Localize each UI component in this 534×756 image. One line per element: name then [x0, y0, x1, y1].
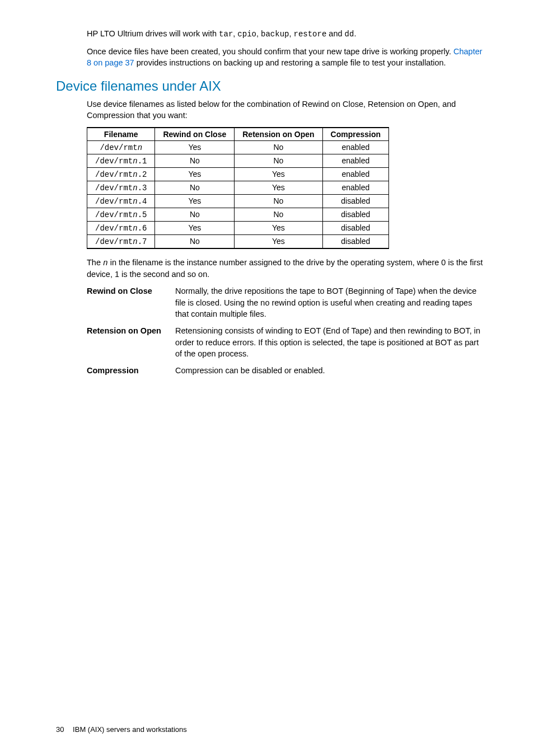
cell-retension: No: [235, 154, 322, 167]
col-retension: Retension on Open: [235, 128, 322, 141]
cell-compression: disabled: [322, 208, 388, 221]
def-desc: Compression can be disabled or enabled.: [175, 365, 484, 376]
cell-compression: disabled: [322, 234, 388, 248]
text: in the filename is the instance number a…: [87, 258, 483, 279]
instance-note: The n in the filename is the instance nu…: [87, 257, 484, 280]
and: and: [326, 29, 344, 38]
intro-paragraph-2: Once device files have been created, you…: [87, 46, 484, 69]
code-cpio: cpio: [237, 30, 256, 39]
table-row: /dev/rmtn.5 No No disabled: [87, 208, 389, 221]
def-term: Compression: [87, 365, 175, 376]
col-filename: Filename: [87, 128, 155, 141]
text: Once device files have been created, you…: [87, 47, 453, 56]
cell-filename: /dev/rmtn.3: [87, 181, 155, 194]
cell-compression: enabled: [322, 140, 388, 154]
table-row: /dev/rmtn.3 No Yes enabled: [87, 181, 389, 194]
footer-title: IBM (AIX) servers and workstations: [73, 725, 187, 734]
cell-retension: Yes: [235, 167, 322, 181]
cell-filename: /dev/rmtn.6: [87, 221, 155, 234]
table-row: /dev/rmtn.4 Yes No disabled: [87, 194, 389, 208]
cell-retension: No: [235, 140, 322, 154]
end: .: [354, 29, 356, 38]
table-row: /dev/rmtn.1 No No enabled: [87, 154, 389, 167]
definitions-list: Rewind on Close Normally, the drive repo…: [87, 285, 484, 376]
cell-compression: enabled: [322, 154, 388, 167]
col-compression: Compression: [322, 128, 388, 141]
cell-filename: /dev/rmtn.2: [87, 167, 155, 181]
cell-retension: Yes: [235, 234, 322, 248]
cell-retension: No: [235, 208, 322, 221]
page-footer: 30 IBM (AIX) servers and workstations: [56, 725, 187, 734]
text: HP LTO Ultrium drives will work with: [87, 29, 219, 38]
cell-filename: /dev/rmtn: [87, 140, 155, 154]
section-intro: Use device filenames as listed below for…: [87, 98, 484, 121]
table-row: /dev/rmtn.6 Yes Yes disabled: [87, 221, 389, 234]
code-tar: tar: [219, 30, 233, 39]
n-var: n: [103, 259, 108, 267]
cell-retension: No: [235, 194, 322, 208]
section-heading: Device filenames under AIX: [56, 78, 484, 94]
table-row: /dev/rmtn.7 No Yes disabled: [87, 234, 389, 248]
cell-filename: /dev/rmtn.4: [87, 194, 155, 208]
cell-rewind: No: [155, 181, 235, 194]
sep: ,: [256, 29, 261, 38]
cell-rewind: No: [155, 208, 235, 221]
cell-compression: enabled: [322, 167, 388, 181]
def-term: Retension on Open: [87, 325, 175, 359]
code-restore: restore: [294, 30, 327, 39]
cell-filename: /dev/rmtn.5: [87, 208, 155, 221]
text: The: [87, 258, 103, 267]
def-desc: Retensioning consists of winding to EOT …: [175, 325, 484, 359]
col-rewind: Rewind on Close: [155, 128, 235, 141]
cell-compression: enabled: [322, 181, 388, 194]
table-row: /dev/rmtn Yes No enabled: [87, 140, 389, 154]
page-number: 30: [56, 725, 64, 734]
cell-rewind: No: [155, 234, 235, 248]
cell-rewind: No: [155, 154, 235, 167]
text: provides instructions on backing up and …: [134, 58, 446, 67]
code-backup: backup: [261, 30, 289, 39]
def-rewind-on-close: Rewind on Close Normally, the drive repo…: [87, 285, 484, 320]
device-filenames-table: Filename Rewind on Close Retension on Op…: [87, 127, 389, 249]
cell-rewind: Yes: [155, 140, 235, 154]
cell-rewind: Yes: [155, 167, 235, 181]
table-row: /dev/rmtn.2 Yes Yes enabled: [87, 167, 389, 181]
cell-filename: /dev/rmtn.7: [87, 234, 155, 248]
intro-paragraph-1: HP LTO Ultrium drives will work with tar…: [87, 28, 484, 40]
sep: ,: [289, 29, 293, 38]
cell-compression: disabled: [322, 194, 388, 208]
def-compression: Compression Compression can be disabled …: [87, 365, 484, 376]
code-dd: dd: [345, 30, 354, 39]
def-retension-on-open: Retension on Open Retensioning consists …: [87, 325, 484, 359]
cell-filename: /dev/rmtn.1: [87, 154, 155, 167]
cell-rewind: Yes: [155, 221, 235, 234]
def-desc: Normally, the drive repositions the tape…: [175, 285, 484, 320]
cell-retension: Yes: [235, 221, 322, 234]
cell-rewind: Yes: [155, 194, 235, 208]
table-header-row: Filename Rewind on Close Retension on Op…: [87, 128, 389, 141]
def-term: Rewind on Close: [87, 285, 175, 320]
cell-retension: Yes: [235, 181, 322, 194]
cell-compression: disabled: [322, 221, 388, 234]
